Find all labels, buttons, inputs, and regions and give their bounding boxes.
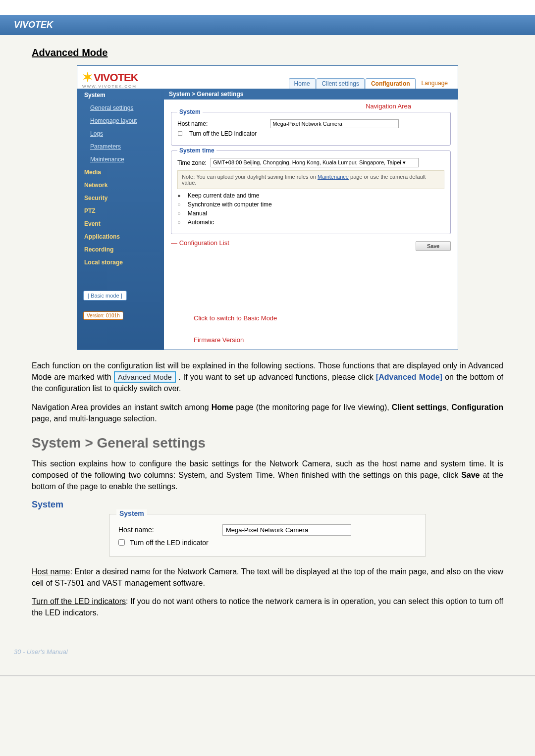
system-fieldset: System Host name: Mega-Pixel Network Cam… bbox=[171, 112, 451, 146]
logo-icon: ✶ bbox=[82, 70, 93, 85]
vivotek-logo: ✶ VIVOTEK bbox=[82, 70, 138, 85]
save-button[interactable]: Save bbox=[416, 241, 451, 251]
advanced-mode-badge: Advanced Mode bbox=[114, 371, 176, 383]
paragraph-3: This section explains how to configure t… bbox=[32, 458, 503, 493]
radio-manual[interactable] bbox=[177, 210, 184, 217]
sidebar-item-local-storage[interactable]: Local storage bbox=[77, 256, 164, 269]
led-off-label: Turn off the LED indicator bbox=[130, 539, 209, 547]
led-term: Turn off the LED indicators bbox=[32, 597, 126, 605]
timezone-label: Time zone: bbox=[177, 159, 207, 166]
basic-mode-button[interactable]: [ Basic mode ] bbox=[83, 291, 127, 301]
system-subhead: System bbox=[32, 500, 503, 510]
config-screenshot: ✶ VIVOTEK WWW.VIVOTEK.COM Home Client se… bbox=[77, 65, 458, 350]
annotation-config-list: — Configuration List bbox=[171, 239, 451, 247]
sidebar-item-logs[interactable]: Logs bbox=[77, 127, 164, 140]
radio-automatic-label: Automatic bbox=[188, 219, 214, 226]
breadcrumb: System > General settings bbox=[164, 89, 458, 100]
annotation-basic-switch: Click to switch to Basic Mode bbox=[194, 314, 277, 322]
main-panel: System > General settings Navigation Are… bbox=[164, 89, 458, 350]
sidebar-item-ptz[interactable]: PTZ bbox=[77, 204, 164, 217]
system-time-legend: System time bbox=[177, 147, 216, 154]
nav-home[interactable]: Home bbox=[289, 78, 316, 89]
sidebar-item-maintenance[interactable]: Maintenance bbox=[77, 153, 164, 166]
led-checkbox[interactable] bbox=[177, 130, 185, 137]
system-box-legend: System bbox=[116, 509, 147, 517]
radio-sync-computer[interactable] bbox=[177, 201, 184, 208]
led-checkbox-label: Turn off the LED indicator bbox=[189, 130, 257, 137]
hostname-input[interactable] bbox=[222, 524, 351, 536]
host-name-label: Host name: bbox=[177, 120, 208, 127]
sidebar-item-media[interactable]: Media bbox=[77, 166, 164, 179]
nav-configuration[interactable]: Configuration bbox=[366, 78, 416, 89]
firmware-version-badge: Version: 0101h bbox=[83, 311, 123, 320]
radio-keep-current-label: Keep current date and time bbox=[188, 192, 260, 199]
paragraph-2: Navigation Area provides an instant swit… bbox=[32, 402, 503, 424]
dst-note: Note: You can upload your daylight savin… bbox=[177, 170, 444, 189]
timezone-select[interactable]: GMT+08:00 Beijing, Chongqing, Hong Kong,… bbox=[211, 158, 419, 167]
sidebar-item-applications[interactable]: Applications bbox=[77, 230, 164, 243]
hostname-label: Host name: bbox=[118, 526, 217, 534]
radio-automatic[interactable] bbox=[177, 219, 184, 226]
paragraph-hostname: Host name: Enter a desired name for the … bbox=[32, 566, 503, 589]
sidebar: System > General settings System General… bbox=[77, 89, 164, 350]
sidebar-item-recording[interactable]: Recording bbox=[77, 243, 164, 256]
maintenance-link[interactable]: Maintenance bbox=[318, 174, 349, 180]
brand-header: VIVOTEK bbox=[0, 0, 535, 35]
host-name-input[interactable]: Mega-Pixel Network Camera bbox=[270, 119, 399, 128]
paragraph-led: Turn off the LED indicators: If you do n… bbox=[32, 596, 503, 618]
page-footer: 30 - User's Manual bbox=[0, 645, 535, 675]
sidebar-item-parameters[interactable]: Parameters bbox=[77, 140, 164, 153]
sidebar-item-network[interactable]: Network bbox=[77, 179, 164, 192]
nav-language[interactable]: Language bbox=[417, 78, 453, 89]
system-settings-box: System Host name: Turn off the LED indic… bbox=[109, 514, 426, 557]
brand-text: VIVOTEK bbox=[14, 20, 53, 30]
radio-keep-current[interactable] bbox=[177, 192, 184, 199]
logo-url: WWW.VIVOTEK.COM bbox=[82, 84, 138, 89]
advanced-mode-link[interactable]: [Advanced Mode] bbox=[376, 373, 442, 381]
top-navigation: Home Client settings Configuration Langu… bbox=[289, 78, 453, 89]
radio-manual-label: Manual bbox=[188, 210, 207, 217]
sidebar-item-system[interactable]: System bbox=[77, 89, 164, 101]
section-title: Advanced Mode bbox=[32, 47, 503, 58]
nav-client-settings[interactable]: Client settings bbox=[317, 78, 365, 89]
sidebar-item-general-settings[interactable]: General settings bbox=[77, 101, 164, 114]
system-legend: System bbox=[177, 108, 203, 115]
sidebar-item-security[interactable]: Security bbox=[77, 192, 164, 204]
paragraph-1: Each function on the configuration list … bbox=[32, 360, 503, 395]
annotation-firmware-version: Firmware Version bbox=[194, 336, 244, 344]
annotation-nav-area: Navigation Area bbox=[171, 102, 411, 110]
radio-sync-computer-label: Synchronize with computer time bbox=[188, 201, 272, 208]
sidebar-item-homepage-layout[interactable]: Homepage layout bbox=[77, 114, 164, 127]
hostname-term: Host name bbox=[32, 567, 70, 576]
page-title: System > General settings bbox=[32, 435, 503, 451]
sidebar-item-event[interactable]: Event bbox=[77, 217, 164, 230]
led-off-checkbox[interactable] bbox=[118, 539, 125, 546]
system-time-fieldset: System time Time zone: GMT+08:00 Beijing… bbox=[171, 151, 451, 234]
